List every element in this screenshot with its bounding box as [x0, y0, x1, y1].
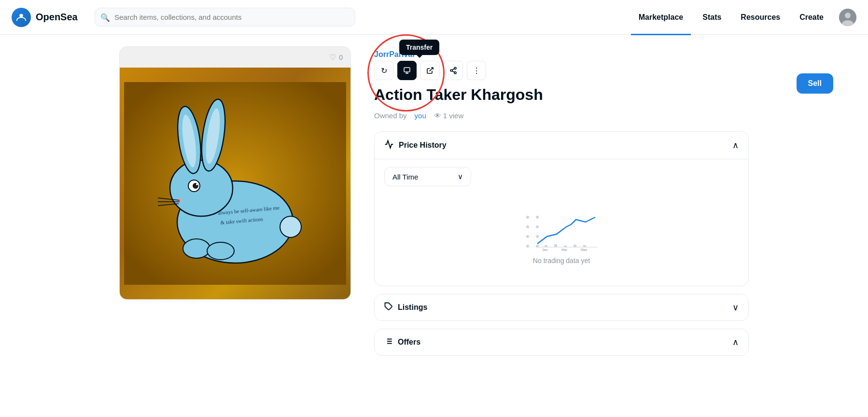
offers-label: Offers — [398, 338, 420, 347]
nft-details-panel: JorrParivar Transfer ↻ — [374, 46, 749, 363]
logo-icon — [12, 8, 31, 27]
nav-create[interactable]: Create — [792, 9, 831, 26]
header: OpenSea 🔍 Marketplace Stats Resources Cr… — [0, 0, 868, 35]
svg-point-26 — [454, 72, 456, 74]
chart-svg: Jan Mar May — [518, 208, 605, 251]
svg-point-19 — [207, 242, 234, 260]
svg-point-33 — [536, 216, 539, 219]
price-history-label: Price History — [399, 141, 447, 150]
svg-line-27 — [452, 71, 455, 72]
search-icon: 🔍 — [100, 13, 110, 22]
views-text: 1 view — [443, 111, 464, 120]
eye-icon: 👁 — [434, 111, 441, 120]
heart-icon[interactable]: ♡ — [329, 53, 336, 62]
nft-image-panel: ♡ 0 — [119, 46, 351, 363]
svg-point-2 — [845, 13, 851, 18]
transfer-tooltip: Transfer — [399, 40, 439, 55]
svg-rect-40 — [574, 245, 576, 247]
offers-chevron: ∧ — [732, 337, 739, 348]
logo-text: OpenSea — [36, 12, 78, 23]
time-filter-dropdown[interactable]: All Time ∨ — [384, 167, 471, 186]
listings-section: Listings ∨ — [374, 294, 749, 321]
svg-point-25 — [450, 70, 452, 71]
svg-text:Mar: Mar — [561, 248, 568, 251]
svg-point-31 — [526, 235, 529, 238]
svg-point-30 — [526, 225, 529, 228]
offers-title-area: Offers — [384, 337, 420, 348]
svg-point-24 — [454, 67, 456, 69]
svg-point-34 — [536, 225, 539, 228]
chevron-down-icon: ∨ — [458, 172, 463, 181]
nav-marketplace[interactable]: Marketplace — [631, 9, 691, 26]
like-count: 0 — [339, 54, 343, 61]
ownership-row: Owned by you 👁 1 view — [374, 111, 749, 120]
list-icon — [384, 337, 393, 348]
nav-stats[interactable]: Stats — [695, 9, 729, 26]
price-history-header[interactable]: Price History ∧ — [375, 132, 748, 159]
search-bar: 🔍 — [95, 8, 355, 27]
owner-link[interactable]: you — [415, 111, 426, 120]
nft-title: Action Taker Khargosh — [374, 86, 749, 104]
svg-text:Jan: Jan — [542, 248, 547, 251]
svg-point-29 — [526, 216, 529, 219]
svg-point-18 — [183, 239, 210, 258]
nav-resources[interactable]: Resources — [733, 9, 788, 26]
owned-by-label: Owned by — [374, 111, 407, 120]
svg-point-6 — [170, 160, 233, 216]
like-bar: ♡ 0 — [120, 47, 350, 68]
svg-point-35 — [536, 235, 539, 238]
search-input[interactable] — [95, 8, 355, 27]
svg-rect-38 — [554, 244, 557, 247]
svg-point-20 — [280, 216, 301, 237]
listings-chevron: ∨ — [732, 302, 739, 313]
svg-line-28 — [452, 69, 455, 70]
transfer-button[interactable] — [397, 61, 417, 80]
icon-row: Transfer ↻ — [374, 61, 749, 80]
chart-area: Jan Mar May No trading data yet — [384, 198, 739, 274]
refresh-button[interactable]: ↻ — [374, 61, 393, 80]
svg-text:May: May — [581, 248, 588, 251]
price-history-section: Price History ∧ All Time ∨ — [374, 131, 749, 286]
offers-section: Offers ∧ — [374, 329, 749, 356]
chart-icon — [384, 139, 394, 151]
sell-button[interactable]: Sell — [797, 73, 833, 94]
no-data-label: No trading data yet — [533, 257, 590, 264]
views-count: 👁 1 view — [434, 111, 464, 120]
time-filter-value: All Time — [392, 173, 418, 181]
listings-label: Listings — [398, 303, 427, 312]
svg-point-13 — [196, 183, 198, 185]
more-button[interactable]: ⋮ — [467, 61, 486, 80]
share-button[interactable] — [444, 61, 463, 80]
listings-header[interactable]: Listings ∨ — [375, 294, 748, 320]
external-link-button[interactable] — [420, 61, 440, 80]
listings-title-area: Listings — [384, 302, 427, 313]
price-history-chevron: ∧ — [732, 140, 739, 151]
image-container: ♡ 0 — [119, 46, 351, 300]
svg-rect-23 — [404, 68, 410, 72]
main-nav: Marketplace Stats Resources Create — [631, 9, 856, 26]
svg-point-32 — [526, 245, 529, 248]
tag-icon — [384, 302, 393, 313]
offers-header[interactable]: Offers ∧ — [375, 329, 748, 355]
svg-rect-41 — [583, 245, 586, 247]
user-avatar[interactable] — [839, 9, 856, 26]
svg-rect-37 — [545, 245, 547, 247]
svg-point-0 — [19, 14, 23, 17]
price-history-title-area: Price History — [384, 139, 447, 151]
price-history-body: All Time ∨ — [375, 159, 748, 286]
logo[interactable]: OpenSea — [12, 8, 79, 27]
nft-image: always be self-aware like me & take swif… — [120, 68, 350, 299]
main-content: ♡ 0 — [96, 35, 772, 375]
